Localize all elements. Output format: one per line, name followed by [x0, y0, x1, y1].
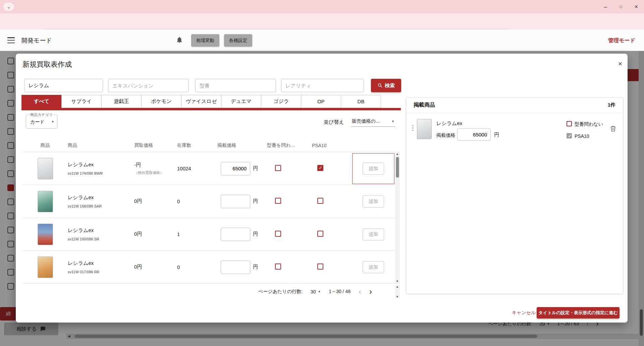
- tab-godzilla[interactable]: ゴジラ: [261, 95, 301, 108]
- tab-yugioh[interactable]: 遊戯王: [101, 95, 142, 108]
- product-code: sv11W 160/086 SR: [68, 237, 131, 241]
- keyword-input[interactable]: [24, 79, 103, 92]
- listed-products-panel: 掲載商品 1件 ⋮ レシラムex 掲載価格 円 型番問わない PSA10: [406, 97, 623, 294]
- proceed-to-title-settings-button[interactable]: タイトルの設定・表示形式の指定に進む: [537, 307, 620, 319]
- listed-item-name: レシラムex: [436, 120, 462, 127]
- any-model-checkbox[interactable]: [275, 231, 281, 237]
- tab-supply[interactable]: サプライ: [61, 95, 102, 108]
- header-name: 商品: [68, 142, 131, 149]
- header-psa10: PSA10: [309, 143, 350, 148]
- listed-price-input[interactable]: [457, 128, 491, 140]
- action-cell-focus: 追加: [352, 153, 394, 184]
- add-button[interactable]: 追加: [363, 228, 384, 240]
- tab-weiss[interactable]: ヴァイスロゼ: [181, 95, 221, 108]
- tab-pokemon[interactable]: ポケモン: [141, 95, 181, 108]
- pagination-scrollbar[interactable]: ▲ ▼: [395, 285, 400, 298]
- modal-title: 新規買取表作成: [22, 60, 72, 69]
- table-scrollbar-thumb[interactable]: [396, 157, 399, 178]
- rows-per-page-select[interactable]: 30 ▼: [311, 289, 321, 294]
- scroll-up-icon[interactable]: ▲: [396, 285, 399, 288]
- list-price-input[interactable]: [221, 228, 250, 241]
- cancel-button[interactable]: キャンセル: [512, 310, 536, 316]
- table-row: レシラムex sv11W 174/086 BWR -円 （独自買取価格） 100…: [22, 152, 400, 185]
- table-row: レシラムex sv11W 017/086 RR 0円 0 円 追加: [22, 251, 400, 284]
- list-price-input[interactable]: [221, 162, 250, 175]
- scroll-down-icon[interactable]: ▼: [396, 280, 399, 283]
- psa10-checkbox[interactable]: [317, 264, 323, 270]
- modal-close-icon[interactable]: ×: [615, 58, 626, 69]
- rarity-input[interactable]: [281, 79, 364, 92]
- drag-handle-icon[interactable]: ⋮: [410, 124, 416, 132]
- settings-button[interactable]: 各種設定: [224, 34, 252, 47]
- any-model-checkbox[interactable]: [275, 198, 281, 204]
- table-row: レシラムex sv11W 168/086 SAR 0円 0 円 追加: [22, 185, 400, 218]
- any-model-checkbox[interactable]: [567, 121, 572, 126]
- currency-label: 円: [253, 198, 258, 205]
- listed-price-label: 掲載価格: [436, 132, 455, 138]
- add-button[interactable]: 追加: [363, 163, 384, 175]
- card-thumbnail: [38, 191, 53, 212]
- currency-label: 円: [253, 165, 258, 172]
- currency-label: 円: [253, 264, 258, 270]
- tab-op[interactable]: OP: [301, 95, 341, 108]
- model-number-input[interactable]: [195, 79, 276, 92]
- trash-icon: [609, 125, 617, 132]
- buy-price: 0円: [134, 231, 175, 237]
- table-header-row: 商品 商品 買取価格 在庫数 掲載価格 型番を問わ… PSA10: [22, 139, 400, 152]
- product-name: レシラムex: [68, 260, 131, 267]
- buy-price: 0円: [134, 198, 175, 205]
- tab-all[interactable]: すべて: [21, 95, 62, 108]
- product-category-select[interactable]: 商品カテゴリ カード ▼: [26, 115, 57, 129]
- delete-item-button[interactable]: [609, 125, 617, 132]
- stock-count: 1: [177, 231, 180, 237]
- stock-count: 0: [177, 198, 180, 204]
- panel-title: 掲載商品: [414, 102, 435, 109]
- psa10-label: PSA10: [575, 133, 589, 139]
- tab-strip-chevron-icon[interactable]: ⌄: [3, 3, 14, 11]
- sort-label: 並び替え: [324, 119, 344, 125]
- search-button[interactable]: 検索: [371, 79, 401, 92]
- psa10-checkbox[interactable]: [317, 231, 323, 237]
- window-maximize-button[interactable]: □: [613, 0, 629, 13]
- panel-count: 1件: [608, 102, 615, 108]
- tab-duel-masters[interactable]: デュエマ: [221, 95, 261, 108]
- market-trend-button[interactable]: 相場変動: [191, 34, 219, 47]
- table-scrollbar[interactable]: ▲ ▼: [395, 152, 400, 283]
- scroll-up-icon[interactable]: ▲: [396, 152, 399, 156]
- any-model-checkbox[interactable]: [275, 264, 281, 270]
- header-stock: 在庫数: [175, 142, 215, 149]
- header-buy-price: 買取価格: [131, 142, 175, 149]
- header-list-price: 掲載価格: [215, 142, 266, 149]
- add-button[interactable]: 追加: [363, 261, 384, 273]
- window-minimize-button[interactable]: –: [598, 0, 613, 13]
- browser-toolbar: ← → ☆: [0, 13, 644, 30]
- list-price-input[interactable]: [221, 195, 250, 208]
- psa10-checkbox[interactable]: [317, 198, 323, 204]
- menu-icon[interactable]: [7, 37, 15, 43]
- admin-mode-label: 管理モード: [608, 37, 635, 44]
- buy-price: -円: [134, 162, 175, 168]
- scroll-down-icon[interactable]: ▼: [396, 295, 399, 298]
- app-header: 開発モード 相場変動 各種設定 管理モード: [0, 30, 644, 51]
- stock-count: 0: [177, 264, 180, 270]
- notifications-bell-icon[interactable]: [176, 36, 183, 44]
- any-model-label: 型番問わない: [575, 121, 603, 127]
- list-price-input[interactable]: [221, 261, 250, 274]
- expansion-input[interactable]: [108, 79, 189, 92]
- card-thumbnail: [38, 256, 53, 278]
- psa10-checkbox[interactable]: [567, 133, 572, 138]
- range-label: 1～30 / 48: [329, 289, 351, 295]
- prev-page-button[interactable]: ‹: [359, 287, 361, 296]
- any-model-checkbox[interactable]: [275, 165, 281, 171]
- stock-count: 10024: [177, 166, 191, 171]
- app-title: 開発モード: [21, 37, 52, 45]
- window-close-button[interactable]: ×: [629, 0, 644, 13]
- add-button[interactable]: 追加: [363, 195, 384, 208]
- psa10-checkbox[interactable]: [317, 165, 323, 171]
- product-code: sv11W 168/086 SAR: [68, 204, 131, 208]
- dropdown-caret-icon: ▼: [318, 290, 321, 293]
- dropdown-caret-icon: ▼: [391, 120, 394, 123]
- tab-db[interactable]: DB: [341, 95, 381, 108]
- sort-select[interactable]: 販売価格の… ▼: [351, 116, 395, 127]
- next-page-button[interactable]: ›: [369, 287, 372, 296]
